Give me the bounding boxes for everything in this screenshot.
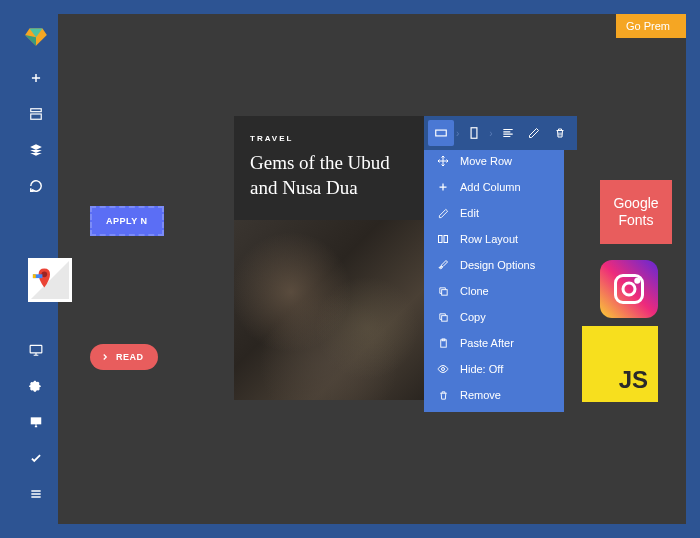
presentation-icon[interactable]: [20, 406, 52, 438]
app-logo[interactable]: [23, 22, 49, 48]
svg-rect-16: [441, 289, 447, 295]
eye-icon: [436, 363, 450, 375]
svg-rect-3: [31, 109, 42, 112]
svg-rect-4: [31, 114, 42, 119]
menu-row-layout[interactable]: Row Layout: [424, 226, 564, 252]
menu-label: Hide: Off: [460, 363, 503, 375]
template-icon[interactable]: [20, 98, 52, 130]
svg-point-22: [623, 283, 635, 295]
trash-icon: [436, 390, 450, 401]
menu-design-options[interactable]: Design Options: [424, 252, 564, 278]
menu-label: Row Layout: [460, 233, 518, 245]
menu-move-row[interactable]: Move Row: [424, 148, 564, 174]
chevron-right-icon: [100, 352, 110, 362]
read-label: READ: [116, 352, 144, 362]
toolbar-sep: ›: [489, 128, 492, 139]
svg-rect-5: [30, 345, 42, 353]
instagram-widget[interactable]: [600, 260, 658, 318]
menu-label: Remove: [460, 389, 501, 401]
svg-rect-14: [439, 236, 443, 243]
add-icon[interactable]: [20, 62, 52, 94]
card-image: [234, 220, 424, 400]
menu-label: Paste After: [460, 337, 514, 349]
row-toolbar: › ›: [424, 116, 577, 150]
columns-icon: [436, 233, 450, 245]
menu-label: Clone: [460, 285, 489, 297]
menu-paste-after[interactable]: Paste After: [424, 330, 564, 356]
editor-canvas: Go Prem APPLY N READ TRAVEL Gems of the …: [14, 14, 686, 524]
check-icon[interactable]: [20, 442, 52, 474]
trash-icon[interactable]: [547, 120, 573, 146]
menu-label: Edit: [460, 207, 479, 219]
pencil-icon: [436, 208, 450, 219]
menu-icon[interactable]: [20, 478, 52, 510]
clone-icon: [436, 286, 450, 297]
gfonts-line1: Google: [613, 195, 658, 212]
move-icon: [436, 155, 450, 167]
svg-rect-11: [33, 274, 36, 278]
bottom-sidebar: [14, 334, 58, 514]
svg-point-20: [442, 368, 445, 371]
toolbar-sep: ›: [456, 128, 459, 139]
go-premium-button[interactable]: Go Prem: [616, 14, 686, 38]
menu-add-column[interactable]: Add Column: [424, 174, 564, 200]
gear-icon[interactable]: [20, 370, 52, 402]
apply-button[interactable]: APPLY N: [90, 206, 164, 236]
gfonts-line2: Fonts: [618, 212, 653, 229]
row-outline-icon[interactable]: [428, 120, 454, 146]
instagram-icon: [611, 271, 647, 307]
menu-edit[interactable]: Edit: [424, 200, 564, 226]
svg-point-23: [636, 279, 639, 282]
svg-rect-15: [444, 236, 448, 243]
text-align-icon[interactable]: [495, 120, 521, 146]
google-maps-widget[interactable]: [28, 258, 72, 302]
card-title: Gems of the Ubud and Nusa Dua: [250, 151, 408, 200]
card-header: TRAVEL Gems of the Ubud and Nusa Dua: [234, 116, 424, 220]
context-menu: Move Row Add Column Edit Row Layout Desi…: [424, 144, 564, 412]
menu-remove[interactable]: Remove: [424, 382, 564, 408]
undo-icon[interactable]: [20, 170, 52, 202]
js-label: JS: [619, 366, 648, 394]
svg-rect-13: [471, 128, 477, 139]
google-fonts-widget[interactable]: Google Fonts: [600, 180, 672, 244]
paste-icon: [436, 338, 450, 349]
brush-icon: [436, 259, 450, 271]
pencil-icon[interactable]: [521, 120, 547, 146]
menu-label: Copy: [460, 311, 486, 323]
copy-icon: [436, 312, 450, 323]
column-outline-icon[interactable]: [461, 120, 487, 146]
layers-icon[interactable]: [20, 134, 52, 166]
menu-hide[interactable]: Hide: Off: [424, 356, 564, 382]
content-card[interactable]: TRAVEL Gems of the Ubud and Nusa Dua: [234, 116, 424, 400]
menu-label: Design Options: [460, 259, 535, 271]
svg-rect-12: [436, 130, 447, 136]
read-button[interactable]: READ: [90, 344, 158, 370]
card-category: TRAVEL: [250, 134, 408, 143]
menu-copy[interactable]: Copy: [424, 304, 564, 330]
svg-rect-6: [31, 417, 42, 424]
menu-label: Add Column: [460, 181, 521, 193]
svg-rect-17: [441, 315, 447, 321]
plus-icon: [436, 181, 450, 193]
javascript-widget[interactable]: JS: [582, 326, 658, 402]
desktop-icon[interactable]: [20, 334, 52, 366]
menu-clone[interactable]: Clone: [424, 278, 564, 304]
menu-label: Move Row: [460, 155, 512, 167]
